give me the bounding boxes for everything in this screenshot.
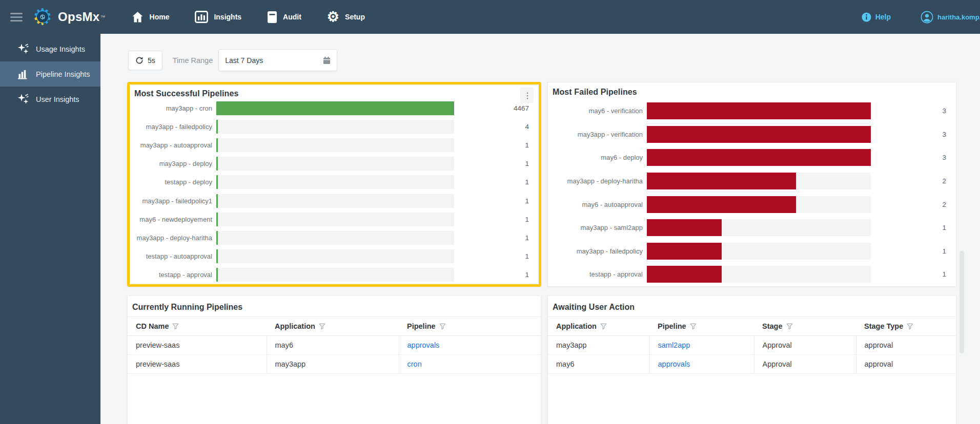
pipeline-label: may3app - failedpolicy [130,123,212,131]
username: haritha.komp... [937,13,980,21]
bar [647,102,871,119]
bar-value: 1 [454,234,539,242]
table-header-row: ApplicationPipelineStageStage Type [548,317,956,336]
bar-value: 3 [871,154,956,161]
scrollbar-thumb[interactable] [959,251,964,353]
filter-icon[interactable] [439,323,446,330]
pipeline-label: may3app - cron [130,104,212,112]
help-button[interactable]: Help [862,12,891,22]
info-icon [862,12,871,22]
chart-row: may6 - deploy3 [548,146,956,169]
chart-row: testapp - approval1 [130,266,539,284]
home-icon [131,11,144,23]
filter-icon[interactable] [319,323,325,330]
chart-row: may3app - deploy-haritha2 [548,169,956,193]
sparkles-icon [17,93,29,105]
refresh-interval-button[interactable]: 5s [128,51,162,70]
sidebar-item-pipeline-insights[interactable]: Pipeline Insights [0,61,100,87]
table-cell: may3app [267,355,399,374]
bar-track [647,243,871,260]
pipeline-label: testapp - approval [130,271,212,279]
bar [647,173,796,189]
bar-value: 1 [871,224,956,231]
top-navbar: ⚙ ⚙ OpsMx ™ HomeInsightsAudit⚙Setup [0,0,980,34]
pipeline-link[interactable]: saml2app [658,341,690,349]
bar-value: 1 [871,270,956,278]
sidebar-item-user-insights[interactable]: User Insights [0,87,100,112]
table-cell: cron [399,355,541,374]
table-row: may6approvalsApprovalapproval [548,355,956,374]
filter-icon[interactable] [786,323,793,330]
filter-icon[interactable] [690,323,697,330]
opsmx-logo[interactable]: ⚙ ⚙ OpsMx ™ [31,5,106,29]
nav-item-setup[interactable]: ⚙Setup [327,10,365,24]
nav-item-label: Setup [345,13,365,21]
bar-value: 4467 [454,104,539,112]
chart-row: may3app - failedpolicy1 [548,240,956,263]
nav-item-audit[interactable]: Audit [267,11,301,24]
table-cell: may3app [548,336,649,355]
most-successful-pipelines-card: Most Successful Pipelines ⋮ may3app - cr… [127,82,541,287]
data-table: CD NameApplicationPipelinepreview-saasma… [128,317,541,374]
opsmx-gear-icon: ⚙ ⚙ [31,5,54,29]
pipeline-label: testapp - approval [548,270,643,278]
kebab-menu-icon[interactable]: ⋮ [520,88,534,103]
navbar-right: Help haritha.komp... [862,11,980,24]
sidebar-item-usage-insights[interactable]: Usage Insights [0,36,100,61]
filter-icon[interactable] [907,323,913,330]
pipeline-label: may3app - verification [548,131,643,138]
table-cell: Approval [754,336,856,355]
table-row: preview-saasmay3appcron [128,355,541,374]
table-cell: saml2app [649,336,754,355]
nav-item-insights[interactable]: Insights [195,11,241,23]
hamburger-menu-icon[interactable] [10,13,23,22]
currently-running-pipelines-card: Currently Running Pipelines CD NameAppli… [127,295,541,424]
awaiting-user-action-card: Awaiting User Action ApplicationPipeline… [547,295,956,424]
sidebar: Usage InsightsPipeline InsightsUser Insi… [0,34,100,424]
chart-row: may3app - failedpolicy4 [130,117,539,136]
bar-track [216,101,454,115]
pipeline-link[interactable]: approvals [658,360,690,368]
bar-track [216,268,454,282]
bar-track [647,102,871,119]
chart-row: may3app - deploy-haritha1 [130,228,539,247]
chart-title: Most Successful Pipelines [134,89,238,98]
table-title: Awaiting User Action [548,296,956,317]
brain-icon [38,13,47,21]
table-title: Currently Running Pipelines [128,296,541,317]
pipeline-link[interactable]: approvals [407,341,440,349]
column-header: Pipeline [399,317,541,336]
filter-icon[interactable] [172,323,179,330]
pipeline-label: may3app - failedpolicy [548,247,643,255]
bar-track [647,126,871,143]
time-range-dropdown[interactable]: Last 7 Days [218,49,337,71]
pipeline-label: may3app - deploy-haritha [130,234,212,242]
chart-row: may3app - verification3 [548,123,956,146]
bar [217,101,454,115]
pipeline-label: may6 - deploy [548,154,643,161]
nav-item-home[interactable]: Home [131,11,170,23]
column-header: CD Name [128,317,267,336]
pipeline-label: may3app - deploy [130,160,212,167]
pipeline-link[interactable]: cron [407,360,422,368]
chart-row: testapp - autoapproval1 [130,247,539,266]
time-range-label: Time Range [173,56,213,65]
user-menu[interactable]: haritha.komp... [921,11,980,24]
app-root: ⚙ ⚙ OpsMx ™ HomeInsightsAudit⚙Setup [0,0,980,424]
table-row: preview-saasmay6approvals [128,336,541,355]
filter-icon[interactable] [600,323,607,330]
bar-track [216,194,454,208]
bar-value: 1 [454,178,539,186]
bar-track [647,149,871,166]
column-header: Stage Type [856,317,956,336]
bar-track [216,175,454,189]
chart-row: may3app - failedpolicy11 [130,192,539,210]
pipeline-label: may3app - saml2app [548,224,643,231]
refresh-interval-label: 5s [148,56,155,65]
data-table: ApplicationPipelineStageStage Typemay3ap… [548,317,956,374]
bar-value: 1 [454,271,539,279]
nav-item-label: Insights [214,13,241,21]
bar-value: 2 [871,177,956,185]
chart-row: may3app - autoapproval1 [130,136,539,154]
toolbar: 5s Time Range Last 7 Days [128,49,337,71]
